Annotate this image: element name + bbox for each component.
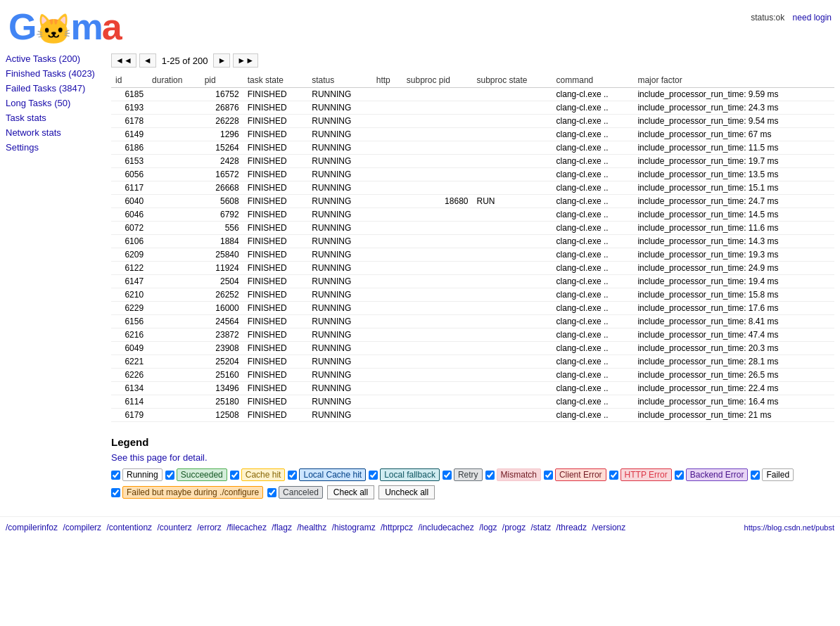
footer-link-httprpcz[interactable]: /httprpcz	[381, 523, 413, 532]
cell-state: FINISHED	[243, 222, 308, 235]
last-page-button[interactable]: ►►	[233, 53, 258, 68]
footer-link-histogramz[interactable]: /histogramz	[332, 523, 376, 532]
sidebar-item-network-stats[interactable]: Network stats	[6, 127, 100, 138]
cell-duration	[148, 195, 201, 208]
cell-http	[372, 208, 402, 222]
legend-checkbox-localcachehit[interactable]	[288, 471, 297, 480]
table-row: 6056 16572 FINISHED RUNNING clang-cl.exe…	[111, 168, 834, 181]
cell-status: RUNNING	[307, 115, 372, 128]
uncheck-all-button[interactable]: Uncheck all	[378, 485, 435, 499]
cell-status: RUNNING	[307, 395, 372, 409]
footer-link-versionz[interactable]: /versionz	[592, 523, 625, 532]
cell-state: FINISHED	[243, 369, 308, 382]
cell-id: 6049	[111, 342, 148, 355]
footer-link-logz[interactable]: /logz	[479, 523, 497, 532]
footer-link-compilerinfoz[interactable]: /compilerinfoz	[6, 523, 58, 532]
table-row: 6072 556 FINISHED RUNNING clang-cl.exe .…	[111, 222, 834, 235]
cell-subproc-pid	[402, 395, 473, 409]
cell-duration	[148, 288, 201, 302]
check-all-button[interactable]: Check all	[327, 485, 374, 499]
cell-major-factor: include_processor_run_time: 21 ms	[633, 409, 834, 422]
cell-subproc-state	[472, 409, 552, 422]
cell-pid: 13496	[201, 382, 243, 395]
cell-http	[372, 248, 402, 262]
cell-status: RUNNING	[307, 382, 372, 395]
footer-link-flagz[interactable]: /flagz	[272, 523, 292, 532]
legend-checkbox-running[interactable]	[111, 471, 120, 480]
col-header-pid: pid	[201, 73, 243, 88]
cell-http	[372, 181, 402, 195]
sidebar-item-task-stats[interactable]: Task stats	[6, 113, 100, 123]
legend-checkbox-httperror[interactable]	[609, 471, 618, 480]
sidebar-item-settings[interactable]: Settings	[6, 142, 100, 153]
footer-link-counterz[interactable]: /counterz	[157, 523, 191, 532]
cell-command: clang-cl.exe ..	[552, 342, 634, 355]
footer-right-link[interactable]: https://blog.csdn.net/pubst	[744, 523, 834, 532]
cell-http	[372, 101, 402, 115]
cell-major-factor: include_processor_run_time: 14.3 ms	[633, 235, 834, 248]
cell-http	[372, 168, 402, 181]
sidebar-item-failed-tasks[interactable]: Failed Tasks (3847)	[6, 83, 100, 94]
footer-link-contentionz[interactable]: /contentionz	[106, 523, 152, 532]
legend-checkbox-failedmaybe[interactable]	[111, 488, 120, 497]
sidebar-item-active-tasks[interactable]: Active Tasks (200)	[6, 53, 100, 64]
cell-duration	[148, 128, 201, 141]
footer-link-threadz[interactable]: /threadz	[556, 523, 587, 532]
legend-item-clienterror: Client Error	[544, 468, 606, 481]
sidebar-item-long-tasks[interactable]: Long Tasks (50)	[6, 98, 100, 108]
prev-page-button[interactable]: ◄	[139, 53, 156, 68]
legend-checkbox-failed[interactable]	[751, 471, 760, 480]
legend-checkbox-backenderror[interactable]	[675, 471, 684, 480]
next-page-button[interactable]: ►	[213, 53, 230, 68]
legend-detail-link[interactable]: See this page for detail.	[111, 452, 208, 463]
cell-major-factor: include_processor_run_time: 11.6 ms	[633, 222, 834, 235]
legend-badge-localcachehit: Local Cache hit	[299, 468, 366, 481]
legend-checkbox-clienterror[interactable]	[544, 471, 553, 480]
cell-http	[372, 382, 402, 395]
cell-subproc-pid	[402, 369, 473, 382]
cell-subproc-pid	[402, 101, 473, 115]
cell-state: FINISHED	[243, 355, 308, 369]
cell-subproc-pid	[402, 128, 473, 141]
legend-badge-cachehit: Cache hit	[241, 468, 286, 481]
legend-item-running: Running	[111, 468, 163, 481]
cell-status: RUNNING	[307, 88, 372, 101]
cell-subproc-state	[472, 382, 552, 395]
cell-subproc-pid	[402, 328, 473, 342]
legend-checkbox-localfallback[interactable]	[369, 471, 378, 480]
footer-link-filecachez[interactable]: /filecachez	[227, 523, 267, 532]
cell-command: clang-cl.exe ..	[552, 208, 634, 222]
cell-id: 6221	[111, 355, 148, 369]
footer-link-includecachez[interactable]: /includecachez	[418, 523, 473, 532]
legend-item-localcachehit: Local Cache hit	[288, 468, 366, 481]
cell-pid: 1884	[201, 235, 243, 248]
cell-id: 6122	[111, 262, 148, 275]
cell-pid: 24564	[201, 315, 243, 328]
footer-link-progz[interactable]: /progz	[502, 523, 526, 532]
footer-link-statz[interactable]: /statz	[531, 523, 552, 532]
footer-link-healthz[interactable]: /healthz	[297, 523, 326, 532]
legend-checkbox-retry[interactable]	[443, 471, 452, 480]
login-link[interactable]: need login	[793, 13, 832, 23]
cell-major-factor: include_processor_run_time: 26.5 ms	[633, 369, 834, 382]
footer-link-errorz[interactable]: /errorz	[197, 523, 222, 532]
cell-duration	[148, 342, 201, 355]
cell-state: FINISHED	[243, 342, 308, 355]
legend-checkbox-cachehit[interactable]	[230, 471, 239, 480]
footer-link-compilerz[interactable]: /compilerz	[63, 523, 101, 532]
cell-duration	[148, 275, 201, 288]
cell-major-factor: include_processor_run_time: 17.6 ms	[633, 302, 834, 315]
legend-checkbox-canceled[interactable]	[267, 488, 276, 497]
cell-pid: 6792	[201, 208, 243, 222]
col-header-subproc-state: subproc state	[472, 73, 552, 88]
sidebar-item-finished-tasks[interactable]: Finished Tasks (4023)	[6, 68, 100, 79]
legend-checkbox-mismatch[interactable]	[485, 471, 495, 480]
cell-command: clang-cl.exe ..	[552, 302, 634, 315]
first-page-button[interactable]: ◄◄	[111, 53, 136, 68]
legend-checkbox-succeeded[interactable]	[165, 471, 174, 480]
legend-item-failedmaybe: Failed but maybe during ./configure	[111, 486, 263, 499]
cell-subproc-pid	[402, 88, 473, 101]
cell-subproc-state	[472, 128, 552, 141]
cell-command: clang-cl.exe ..	[552, 101, 634, 115]
cell-duration	[148, 168, 201, 181]
